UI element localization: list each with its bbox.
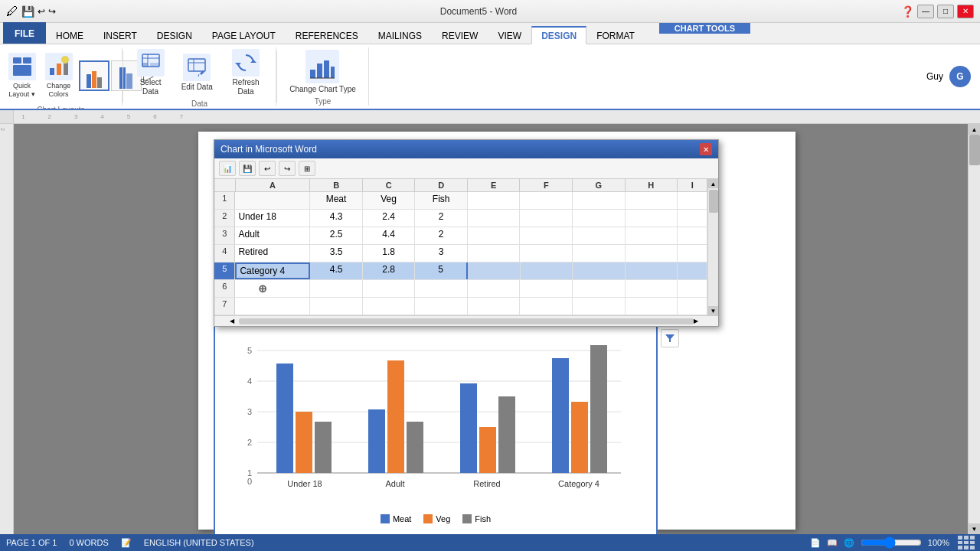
cell-4i[interactable]: [678, 245, 707, 262]
edit-data-button[interactable]: Edit Data: [178, 52, 216, 93]
refresh-data-button[interactable]: Refresh Data: [222, 47, 270, 98]
cell-1a[interactable]: [235, 192, 310, 209]
cell-3d[interactable]: 2: [415, 227, 468, 244]
maximize-button[interactable]: □: [937, 5, 954, 18]
cell-2b[interactable]: 4.3: [310, 210, 363, 227]
cell-3i[interactable]: [678, 227, 707, 244]
table-row[interactable]: 4 Retired 3.5 1.8 3: [214, 245, 718, 262]
tab-mailings[interactable]: MAILINGS: [368, 26, 432, 44]
quick-access-undo[interactable]: ↩: [38, 6, 45, 17]
col-header-g[interactable]: G: [573, 179, 626, 191]
cell-4g[interactable]: [573, 245, 626, 262]
horizontal-scrollbar[interactable]: ◀ ▶: [214, 315, 718, 326]
cell-3f[interactable]: [520, 227, 573, 244]
doc-scroll-down[interactable]: ▼: [969, 523, 980, 534]
tab-design-doc[interactable]: DESIGN: [147, 26, 202, 44]
cell-1i[interactable]: [678, 192, 707, 209]
cell-3c[interactable]: 4.4: [363, 227, 416, 244]
tab-review[interactable]: REVIEW: [432, 26, 488, 44]
col-header-e[interactable]: E: [468, 179, 521, 191]
cell-4e[interactable]: [468, 245, 521, 262]
scroll-thumb[interactable]: [709, 190, 718, 213]
cell-5g[interactable]: [573, 262, 626, 279]
cell-7i[interactable]: [678, 298, 707, 315]
cell-3g[interactable]: [573, 227, 626, 244]
view-print-icon[interactable]: 📄: [810, 538, 821, 548]
cell-1f[interactable]: [520, 192, 573, 209]
cell-4f[interactable]: [520, 245, 573, 262]
table-row[interactable]: 3 Adult 2.5 4.4 2: [214, 227, 718, 245]
cell-3a[interactable]: Adult: [235, 227, 310, 244]
help-icon[interactable]: ❓: [901, 5, 914, 18]
cell-3e[interactable]: [468, 227, 521, 244]
minimize-button[interactable]: —: [917, 5, 934, 18]
sheet-tool-redo[interactable]: ↪: [279, 161, 296, 176]
tab-chart-design[interactable]: DESIGN: [531, 26, 586, 44]
cell-1e[interactable]: [468, 192, 521, 209]
cell-6e[interactable]: [468, 280, 521, 297]
tab-home[interactable]: HOME: [46, 26, 93, 44]
cell-4b[interactable]: 3.5: [310, 245, 363, 262]
col-header-f[interactable]: F: [520, 179, 573, 191]
col-header-c[interactable]: C: [363, 179, 416, 191]
cell-4c[interactable]: 1.8: [363, 245, 416, 262]
doc-area[interactable]: Chart in Microsoft Word ✕ 📊 💾 ↩ ↪ ⊞: [14, 124, 980, 534]
scroll-track[interactable]: [708, 188, 718, 306]
table-row-selected[interactable]: 5 Category 4 4.5 2.8 5: [214, 262, 718, 280]
add-chart-element-button[interactable]: + Add ChartElement: [0, 47, 2, 104]
zoom-slider[interactable]: [861, 536, 922, 549]
cell-7h[interactable]: [626, 298, 678, 315]
cell-2a[interactable]: Under 18: [235, 210, 310, 227]
table-row[interactable]: 7: [214, 298, 718, 315]
hscroll-thumb[interactable]: [239, 318, 694, 324]
cell-1g[interactable]: [573, 192, 626, 209]
cell-2d[interactable]: 2: [415, 210, 468, 227]
cell-5b[interactable]: 4.5: [310, 262, 363, 279]
tab-file[interactable]: FILE: [3, 22, 46, 44]
sheet-tool-save[interactable]: 💾: [239, 161, 256, 176]
cell-7a[interactable]: [235, 298, 310, 315]
tab-page-layout[interactable]: PAGE LAYOUT: [202, 26, 286, 44]
cell-2h[interactable]: [626, 210, 678, 227]
chart-filters-tool[interactable]: [661, 329, 679, 347]
cell-5f[interactable]: [521, 262, 573, 279]
cell-4d[interactable]: 3: [415, 245, 468, 262]
cell-7c[interactable]: [363, 298, 416, 315]
col-header-d[interactable]: D: [415, 179, 468, 191]
proofing-icon[interactable]: 📝: [121, 538, 132, 548]
doc-vertical-scrollbar[interactable]: ▲ ▼: [968, 124, 980, 534]
col-header-i[interactable]: I: [678, 179, 707, 191]
sheet-tool-expand[interactable]: ⊞: [299, 161, 315, 176]
chart-style-1[interactable]: [79, 60, 109, 91]
cell-7b[interactable]: [310, 298, 363, 315]
cell-5c[interactable]: 2.8: [363, 262, 416, 279]
cell-6d[interactable]: [415, 280, 468, 297]
cell-4h[interactable]: [626, 245, 678, 262]
quick-access-redo[interactable]: ↪: [48, 6, 56, 17]
cell-6f[interactable]: [520, 280, 573, 297]
doc-scroll-track[interactable]: [969, 135, 980, 523]
sheet-tool-undo[interactable]: ↩: [259, 161, 276, 176]
col-header-h[interactable]: H: [626, 179, 678, 191]
view-read-icon[interactable]: 📖: [827, 538, 838, 548]
scroll-left-button[interactable]: ◀: [230, 318, 239, 324]
tab-references[interactable]: REFERENCES: [286, 26, 368, 44]
cell-7g[interactable]: [573, 298, 626, 315]
col-header-a[interactable]: A: [236, 179, 311, 191]
cell-2i[interactable]: [678, 210, 707, 227]
cell-6a[interactable]: ⊕: [235, 280, 310, 297]
grid-view-icon[interactable]: [956, 533, 974, 551]
cell-3h[interactable]: [626, 227, 678, 244]
vertical-scrollbar[interactable]: ▲ ▼: [707, 179, 718, 315]
cell-7d[interactable]: [415, 298, 468, 315]
col-header-b[interactable]: B: [310, 179, 363, 191]
cell-5a[interactable]: Category 4: [235, 262, 310, 279]
scroll-up-button[interactable]: ▲: [708, 179, 718, 188]
quick-layout-button[interactable]: QuickLayout ▾: [5, 51, 39, 100]
quick-access-save[interactable]: 💾: [21, 5, 34, 18]
cell-2e[interactable]: [468, 210, 521, 227]
sheet-close-button[interactable]: ✕: [700, 143, 712, 155]
cell-3b[interactable]: 2.5: [310, 227, 363, 244]
cell-7f[interactable]: [520, 298, 573, 315]
cell-4a[interactable]: Retired: [235, 245, 310, 262]
